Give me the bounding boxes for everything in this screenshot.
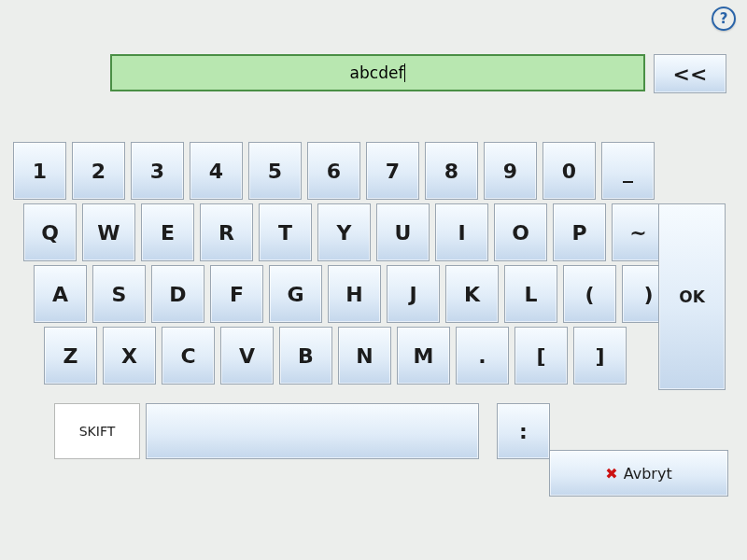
key-x[interactable]: X xyxy=(103,327,156,385)
key-2[interactable]: 2 xyxy=(72,142,125,200)
key-m[interactable]: M xyxy=(397,327,450,385)
key-q[interactable]: Q xyxy=(23,203,77,261)
key-e[interactable]: E xyxy=(141,203,194,261)
help-icon: ? xyxy=(712,7,736,31)
key-6[interactable]: 6 xyxy=(307,142,360,200)
key-u[interactable]: U xyxy=(376,203,430,261)
backspace-label: << xyxy=(673,63,708,86)
key-v[interactable]: V xyxy=(220,327,274,385)
ok-label: OK xyxy=(679,287,705,306)
text-input[interactable]: abcdef xyxy=(110,54,645,91)
key-l[interactable]: L xyxy=(504,265,557,323)
key-i[interactable]: I xyxy=(435,203,488,261)
key-c[interactable]: C xyxy=(162,327,215,385)
key-0[interactable]: 0 xyxy=(543,142,596,200)
key-period[interactable]: . xyxy=(456,327,509,385)
key-k[interactable]: K xyxy=(445,265,499,323)
cancel-icon: ✖ xyxy=(605,465,617,483)
key-y[interactable]: Y xyxy=(317,203,371,261)
key-j[interactable]: J xyxy=(387,265,440,323)
key-g[interactable]: G xyxy=(269,265,322,323)
key-lparen[interactable]: ( xyxy=(563,265,616,323)
key-7[interactable]: 7 xyxy=(366,142,419,200)
key-n[interactable]: N xyxy=(338,327,391,385)
key-5[interactable]: 5 xyxy=(248,142,302,200)
key-tilde[interactable]: ~ xyxy=(612,203,665,261)
key-colon[interactable]: : xyxy=(497,403,550,459)
key-w[interactable]: W xyxy=(82,203,135,261)
key-underscore[interactable]: _ xyxy=(601,142,655,200)
key-rbracket[interactable]: ] xyxy=(573,327,627,385)
key-t[interactable]: T xyxy=(259,203,312,261)
text-input-value: abcdef xyxy=(350,63,406,82)
key-space[interactable] xyxy=(146,403,479,459)
shift-label: SKIFT xyxy=(79,424,116,439)
key-h[interactable]: H xyxy=(328,265,381,323)
key-a[interactable]: A xyxy=(34,265,87,323)
key-s[interactable]: S xyxy=(92,265,146,323)
help-button[interactable]: ? xyxy=(712,7,736,31)
key-lbracket[interactable]: [ xyxy=(514,327,568,385)
ok-button[interactable]: OK xyxy=(658,203,726,390)
cancel-button[interactable]: ✖ Avbryt xyxy=(549,450,728,497)
key-f[interactable]: F xyxy=(210,265,263,323)
key-p[interactable]: P xyxy=(553,203,606,261)
backspace-button[interactable]: << xyxy=(654,54,726,93)
key-d[interactable]: D xyxy=(151,265,204,323)
cancel-label: Avbryt xyxy=(624,465,672,483)
key-3[interactable]: 3 xyxy=(131,142,184,200)
key-o[interactable]: O xyxy=(494,203,547,261)
key-shift[interactable]: SKIFT xyxy=(54,403,140,459)
key-z[interactable]: Z xyxy=(44,327,97,385)
key-r[interactable]: R xyxy=(200,203,253,261)
key-b[interactable]: B xyxy=(279,327,332,385)
key-4[interactable]: 4 xyxy=(190,142,243,200)
key-8[interactable]: 8 xyxy=(425,142,478,200)
key-1[interactable]: 1 xyxy=(13,142,66,200)
key-9[interactable]: 9 xyxy=(484,142,537,200)
